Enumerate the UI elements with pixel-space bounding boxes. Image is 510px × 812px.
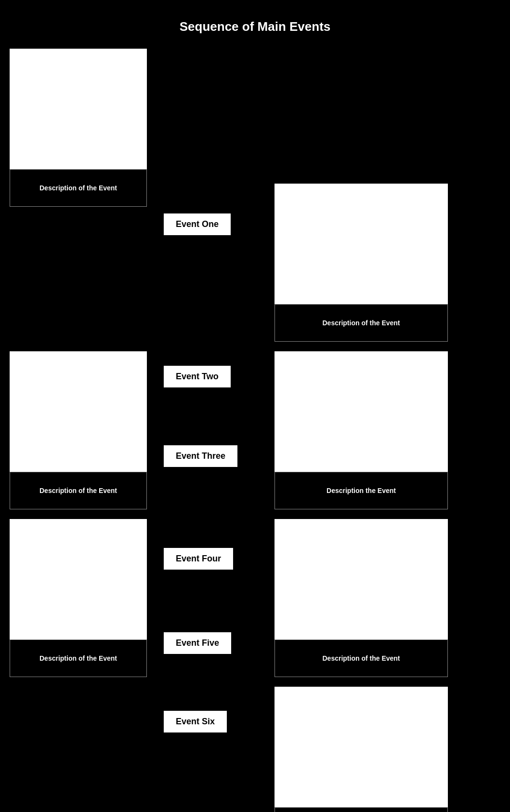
event-six-label: Event Six xyxy=(164,711,227,732)
mid-col-4: Event Six xyxy=(159,687,275,812)
desc-right-1: Description of the Event xyxy=(275,304,448,342)
mid-col-2: Event Two Event Three xyxy=(159,351,275,519)
event-six-cell: Event Six xyxy=(164,687,275,732)
event-three-label: Event Three xyxy=(164,445,237,467)
left-col-3: Description of the Event xyxy=(10,519,159,687)
mid-col-1: Event One xyxy=(159,49,275,351)
desc-left-3: Description of the Event xyxy=(10,639,147,677)
image-right-1 xyxy=(275,184,448,304)
desc-right-2: Description the Event xyxy=(275,472,448,509)
right-col-4: Description of the Event xyxy=(275,687,467,812)
desc-left-2: Description of the Event xyxy=(10,472,147,509)
desc-left-1: Description of the Event xyxy=(10,169,147,207)
mid-col-3: Event Four Event Five xyxy=(159,519,275,687)
row-4: Event Six Description of the Event xyxy=(10,687,500,812)
page-title: Sequence of Main Events xyxy=(10,10,500,49)
image-left-2 xyxy=(10,351,147,472)
image-right-4 xyxy=(275,687,448,807)
event-five-label: Event Five xyxy=(164,632,231,654)
desc-right-3: Description of the Event xyxy=(275,639,448,677)
event-one-label: Event One xyxy=(164,213,231,235)
event-five-cell: Event Five xyxy=(164,632,275,654)
image-left-3 xyxy=(10,519,147,639)
image-left-1 xyxy=(10,49,147,169)
event-four-cell: Event Four xyxy=(164,519,275,570)
event-two-label: Event Two xyxy=(164,366,231,387)
left-col-4 xyxy=(10,687,159,812)
timeline-container: Description of the Event Event One Descr… xyxy=(10,49,500,812)
right-col-3: Description of the Event xyxy=(275,519,467,687)
event-four-label: Event Four xyxy=(164,548,233,570)
right-col-2: Description the Event xyxy=(275,351,467,519)
row-2: Description of the Event Event Two Event… xyxy=(10,351,500,519)
image-right-3 xyxy=(275,519,448,639)
right-col-1: Description of the Event xyxy=(275,49,467,351)
left-col-1: Description of the Event xyxy=(10,49,159,351)
row-1: Description of the Event Event One Descr… xyxy=(10,49,500,351)
left-col-2: Description of the Event xyxy=(10,351,159,519)
image-right-2 xyxy=(275,351,448,472)
event-two-cell: Event Two xyxy=(164,351,275,387)
row-3: Description of the Event Event Four Even… xyxy=(10,519,500,687)
desc-right-4: Description of the Event xyxy=(275,807,448,812)
spacer-right-1 xyxy=(275,49,467,184)
event-three-cell: Event Three xyxy=(164,445,275,467)
